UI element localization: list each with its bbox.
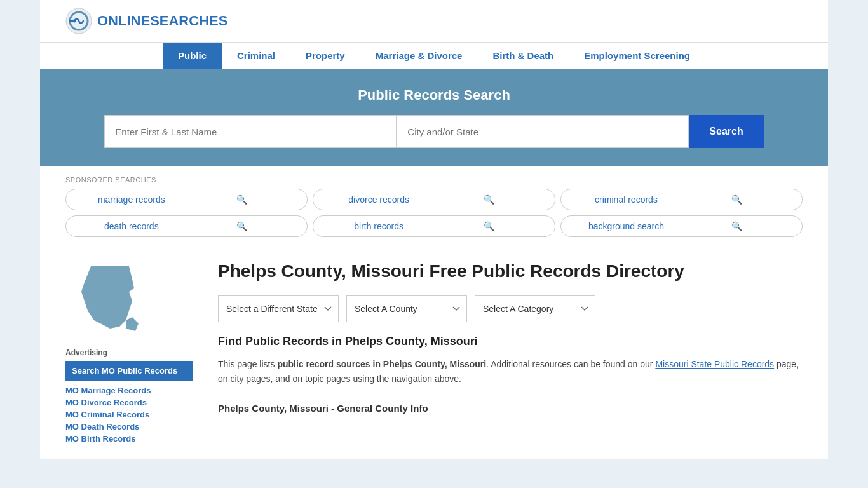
content-area: Advertising Search MO Public Records MO … <box>65 247 803 459</box>
find-heading: Find Public Records in Phelps County, Mi… <box>218 335 803 348</box>
sidebar-mo-death[interactable]: MO Death Records <box>65 422 193 431</box>
nav-birth-death[interactable]: Birth & Death <box>477 43 569 69</box>
county-dropdown[interactable]: Select A County <box>346 295 467 322</box>
main-content: Phelps County, Missouri Free Public Reco… <box>205 260 803 446</box>
nav-employment[interactable]: Employment Screening <box>569 43 705 69</box>
tag-marriage-records[interactable]: marriage records 🔍 <box>65 189 308 210</box>
logo-icon <box>65 8 92 34</box>
search-banner: Public Records Search Search <box>40 69 828 166</box>
search-icon: 🔍 <box>681 221 792 231</box>
county-info-header: Phelps County, Missouri - General County… <box>218 396 803 414</box>
main-nav: Public Criminal Property Marriage & Divo… <box>40 43 828 69</box>
site-header: ONLINESEARCHES <box>40 0 828 43</box>
page-title: Phelps County, Missouri Free Public Reco… <box>218 260 803 283</box>
mo-records-link[interactable]: Missouri State Public Records <box>655 359 774 369</box>
tag-background-search[interactable]: background search 🔍 <box>560 215 803 237</box>
sidebar-mo-criminal[interactable]: MO Criminal Records <box>65 410 193 419</box>
state-map <box>65 260 154 336</box>
sidebar-ad-box[interactable]: Search MO Public Records <box>65 361 193 381</box>
dropdowns-row: Select a Different State Select A County… <box>218 295 803 322</box>
search-banner-title: Public Records Search <box>65 87 803 104</box>
nav-marriage-divorce[interactable]: Marriage & Divorce <box>360 43 478 69</box>
sidebar: Advertising Search MO Public Records MO … <box>65 260 205 446</box>
search-icon: 🔍 <box>681 194 792 205</box>
search-icon: 🔍 <box>187 221 297 231</box>
nav-property[interactable]: Property <box>290 43 360 69</box>
sidebar-mo-marriage[interactable]: MO Marriage Records <box>65 386 193 395</box>
sponsored-tags: marriage records 🔍 divorce records 🔍 cri… <box>65 189 803 237</box>
sidebar-mo-birth[interactable]: MO Birth Records <box>65 434 193 444</box>
city-input[interactable] <box>397 115 689 148</box>
state-dropdown[interactable]: Select a Different State <box>218 295 339 322</box>
tag-divorce-records[interactable]: divorce records 🔍 <box>313 189 555 210</box>
nav-public[interactable]: Public <box>163 43 222 69</box>
tag-death-records[interactable]: death records 🔍 <box>65 215 308 237</box>
tag-criminal-records[interactable]: criminal records 🔍 <box>560 189 803 210</box>
search-icon: 🔍 <box>434 194 545 205</box>
sponsored-label: SPONSORED SEARCHES <box>65 176 803 184</box>
nav-criminal[interactable]: Criminal <box>222 43 290 69</box>
category-dropdown[interactable]: Select A Category <box>475 295 595 322</box>
logo-text: ONLINESEARCHES <box>97 13 227 29</box>
advertising-label: Advertising <box>65 348 193 357</box>
search-button[interactable]: Search <box>689 115 763 148</box>
tag-birth-records[interactable]: birth records 🔍 <box>313 215 555 237</box>
svg-marker-3 <box>81 266 134 329</box>
svg-marker-4 <box>126 317 139 331</box>
description-text: This page lists public record sources in… <box>218 357 803 386</box>
logo[interactable]: ONLINESEARCHES <box>65 8 227 34</box>
sidebar-mo-divorce[interactable]: MO Divorce Records <box>65 398 193 407</box>
name-input[interactable] <box>104 115 397 148</box>
search-icon: 🔍 <box>187 194 297 205</box>
sponsored-section: SPONSORED SEARCHES marriage records 🔍 di… <box>65 166 803 247</box>
search-icon: 🔍 <box>434 221 545 231</box>
search-form: Search <box>91 115 777 148</box>
